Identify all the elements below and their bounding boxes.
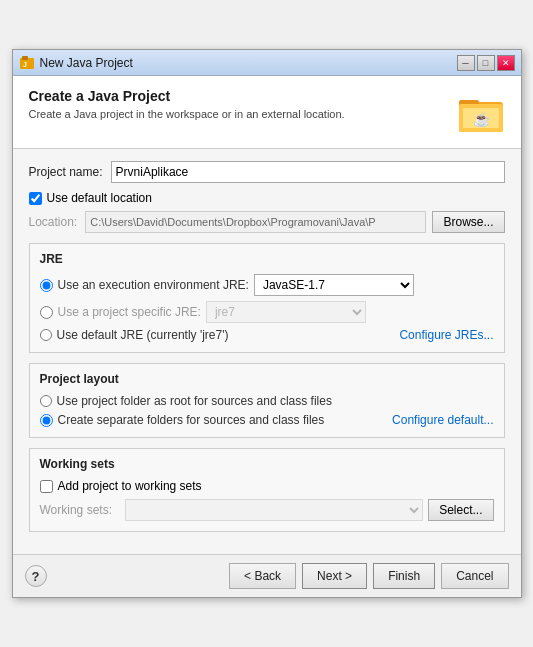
back-button[interactable]: < Back bbox=[229, 563, 296, 589]
jre-default-label[interactable]: Use default JRE (currently 'jre7') bbox=[57, 328, 229, 342]
window-icon: J bbox=[19, 55, 35, 71]
bottom-bar: ? < Back Next > Finish Cancel bbox=[13, 554, 521, 597]
working-sets-label: Working sets: bbox=[40, 503, 112, 517]
select-working-sets-button[interactable]: Select... bbox=[428, 499, 493, 521]
action-buttons: < Back Next > Finish Cancel bbox=[229, 563, 508, 589]
configure-default-link[interactable]: Configure default... bbox=[392, 413, 493, 427]
project-layout-section: Project layout Use project folder as roo… bbox=[29, 363, 505, 438]
main-window: J New Java Project ─ □ ✕ Create a Java P… bbox=[12, 49, 522, 598]
dialog-header: Create a Java Project Create a Java proj… bbox=[13, 76, 521, 149]
dialog-content: Project name: Use default location Locat… bbox=[13, 149, 521, 554]
jre-specific-select[interactable]: jre7 bbox=[206, 301, 366, 323]
jre-default-radio[interactable] bbox=[40, 329, 52, 341]
next-button[interactable]: Next > bbox=[302, 563, 367, 589]
working-sets-input-row: Working sets: Select... bbox=[40, 499, 494, 521]
location-label: Location: bbox=[29, 215, 78, 229]
layout-separate-folders-radio[interactable] bbox=[40, 414, 53, 427]
project-name-input[interactable] bbox=[111, 161, 505, 183]
layout-separate-folders-label[interactable]: Create separate folders for sources and … bbox=[58, 413, 325, 427]
folder-icon: ☕ bbox=[457, 88, 505, 136]
close-button[interactable]: ✕ bbox=[497, 55, 515, 71]
add-to-working-sets-checkbox[interactable] bbox=[40, 480, 53, 493]
project-layout-title: Project layout bbox=[40, 372, 494, 386]
layout-option2-row: Create separate folders for sources and … bbox=[40, 413, 494, 427]
jre-execution-radio[interactable] bbox=[40, 279, 53, 292]
add-to-working-sets-label[interactable]: Add project to working sets bbox=[58, 479, 202, 493]
title-bar: J New Java Project ─ □ ✕ bbox=[13, 50, 521, 76]
jre-option1-row: Use an execution environment JRE: JavaSE… bbox=[40, 274, 494, 296]
svg-text:J: J bbox=[23, 61, 27, 68]
layout-project-folder-radio[interactable] bbox=[40, 395, 52, 407]
dialog-title: Create a Java Project bbox=[29, 88, 345, 104]
default-location-row: Use default location bbox=[29, 191, 505, 205]
jre-option3-row: Use default JRE (currently 'jre7') Confi… bbox=[40, 328, 494, 342]
layout-project-folder-label[interactable]: Use project folder as root for sources a… bbox=[57, 394, 332, 408]
jre-section-title: JRE bbox=[40, 252, 494, 266]
add-to-working-sets-row: Add project to working sets bbox=[40, 479, 494, 493]
cancel-button[interactable]: Cancel bbox=[441, 563, 508, 589]
minimize-button[interactable]: ─ bbox=[457, 55, 475, 71]
working-sets-title: Working sets bbox=[40, 457, 494, 471]
jre-section: JRE Use an execution environment JRE: Ja… bbox=[29, 243, 505, 353]
use-default-location-checkbox[interactable] bbox=[29, 192, 42, 205]
location-row: Location: Browse... bbox=[29, 211, 505, 233]
layout-option1-row: Use project folder as root for sources a… bbox=[40, 394, 494, 408]
browse-button[interactable]: Browse... bbox=[432, 211, 504, 233]
header-text: Create a Java Project Create a Java proj… bbox=[29, 88, 345, 120]
dialog-description: Create a Java project in the workspace o… bbox=[29, 108, 345, 120]
finish-button[interactable]: Finish bbox=[373, 563, 435, 589]
svg-text:☕: ☕ bbox=[473, 111, 491, 128]
working-sets-select[interactable] bbox=[125, 499, 423, 521]
jre-specific-radio[interactable] bbox=[40, 306, 53, 319]
help-area: ? bbox=[25, 565, 47, 587]
project-name-label: Project name: bbox=[29, 165, 103, 179]
jre-option2-row: Use a project specific JRE: jre7 bbox=[40, 301, 494, 323]
window-title: New Java Project bbox=[40, 56, 133, 70]
use-default-location-label[interactable]: Use default location bbox=[47, 191, 152, 205]
project-name-row: Project name: bbox=[29, 161, 505, 183]
title-buttons: ─ □ ✕ bbox=[457, 55, 515, 71]
title-bar-left: J New Java Project bbox=[19, 55, 133, 71]
maximize-button[interactable]: □ bbox=[477, 55, 495, 71]
help-button[interactable]: ? bbox=[25, 565, 47, 587]
svg-rect-1 bbox=[22, 56, 28, 60]
location-input[interactable] bbox=[85, 211, 426, 233]
jre-execution-label[interactable]: Use an execution environment JRE: bbox=[58, 278, 249, 292]
jre-execution-select[interactable]: JavaSE-1.7 JavaSE-1.8 JavaSE-11 bbox=[254, 274, 414, 296]
jre-specific-label[interactable]: Use a project specific JRE: bbox=[58, 305, 201, 319]
working-sets-section: Working sets Add project to working sets… bbox=[29, 448, 505, 532]
configure-jres-link[interactable]: Configure JREs... bbox=[399, 328, 493, 342]
